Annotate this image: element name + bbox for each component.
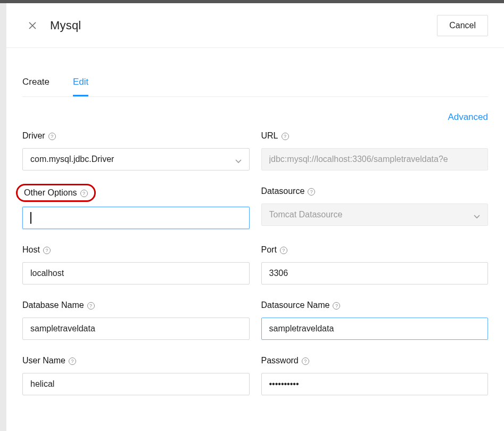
label-password-text: Password bbox=[261, 356, 299, 365]
help-icon[interactable]: ? bbox=[280, 247, 287, 254]
url-input bbox=[261, 148, 489, 170]
label-db-name: Database Name ? bbox=[22, 300, 250, 310]
cancel-button[interactable]: Cancel bbox=[437, 15, 488, 36]
label-host: Host ? bbox=[22, 245, 250, 255]
datasource-select-value: Tomcat Datasource bbox=[269, 210, 474, 219]
label-host-text: Host bbox=[22, 245, 40, 255]
label-driver-text: Driver bbox=[22, 131, 45, 141]
help-icon[interactable]: ? bbox=[302, 357, 309, 365]
label-url-text: URL bbox=[261, 131, 278, 141]
modal-header: Mysql Cancel bbox=[6, 3, 504, 48]
datasource-select: Tomcat Datasource bbox=[261, 204, 489, 226]
help-icon[interactable]: ? bbox=[48, 133, 56, 140]
highlight-other-options: Other Options ? bbox=[16, 184, 96, 202]
advanced-link[interactable]: Advanced bbox=[448, 112, 488, 122]
help-icon[interactable]: ? bbox=[87, 302, 95, 310]
label-datasource-text: Datasource bbox=[261, 186, 305, 196]
form-grid: Driver ? com.mysql.jdbc.Driver URL ? Oth… bbox=[22, 131, 488, 395]
field-ds-name: Datasource Name ? bbox=[261, 300, 489, 340]
field-password: Password ? bbox=[261, 356, 489, 395]
field-datasource: Datasource ? Tomcat Datasource bbox=[261, 186, 489, 229]
field-db-name: Database Name ? bbox=[22, 300, 250, 340]
other-options-input[interactable] bbox=[22, 207, 250, 229]
help-icon[interactable]: ? bbox=[282, 133, 289, 140]
help-icon[interactable]: ? bbox=[333, 302, 340, 310]
tabs: Create Edit bbox=[22, 69, 488, 97]
label-password: Password ? bbox=[261, 356, 489, 365]
field-url: URL ? bbox=[261, 131, 489, 170]
label-ds-name: Datasource Name ? bbox=[261, 300, 489, 310]
field-user-name: User Name ? bbox=[22, 356, 250, 395]
ds-name-input[interactable] bbox=[261, 318, 489, 340]
help-icon[interactable]: ? bbox=[69, 357, 76, 365]
field-port: Port ? bbox=[261, 245, 489, 284]
label-port: Port ? bbox=[261, 245, 489, 255]
label-other-options: Other Options ? bbox=[22, 186, 250, 199]
label-db-name-text: Database Name bbox=[22, 300, 84, 310]
label-user-name: User Name ? bbox=[22, 356, 250, 365]
tab-edit[interactable]: Edit bbox=[73, 69, 88, 96]
port-input[interactable] bbox=[261, 262, 489, 284]
tab-create[interactable]: Create bbox=[22, 69, 49, 96]
header-left: Mysql bbox=[28, 19, 81, 32]
field-host: Host ? bbox=[22, 245, 250, 284]
chevron-down-icon bbox=[235, 156, 242, 162]
help-icon[interactable]: ? bbox=[308, 188, 315, 196]
left-gutter bbox=[0, 3, 6, 431]
advanced-row: Advanced bbox=[22, 112, 488, 123]
field-other-options: Other Options ? bbox=[22, 186, 250, 229]
driver-select[interactable]: com.mysql.jdbc.Driver bbox=[22, 148, 250, 170]
db-name-input[interactable] bbox=[22, 318, 250, 340]
label-driver: Driver ? bbox=[22, 131, 250, 141]
help-icon[interactable]: ? bbox=[43, 247, 51, 254]
label-user-name-text: User Name bbox=[22, 356, 65, 365]
help-icon[interactable]: ? bbox=[80, 190, 88, 197]
label-url: URL ? bbox=[261, 131, 489, 141]
label-port-text: Port bbox=[261, 245, 277, 255]
password-input[interactable] bbox=[261, 373, 489, 395]
close-icon[interactable] bbox=[28, 21, 37, 30]
field-driver: Driver ? com.mysql.jdbc.Driver bbox=[22, 131, 250, 170]
label-datasource: Datasource ? bbox=[261, 186, 489, 196]
label-other-options-text: Other Options bbox=[24, 188, 77, 198]
user-name-input[interactable] bbox=[22, 373, 250, 395]
chevron-down-icon bbox=[474, 212, 480, 218]
label-ds-name-text: Datasource Name bbox=[261, 300, 330, 310]
driver-select-value: com.mysql.jdbc.Driver bbox=[30, 154, 235, 164]
host-input[interactable] bbox=[22, 262, 250, 284]
modal-content: Create Edit Advanced Driver ? com.mysql.… bbox=[6, 48, 504, 395]
modal-title: Mysql bbox=[50, 19, 81, 32]
